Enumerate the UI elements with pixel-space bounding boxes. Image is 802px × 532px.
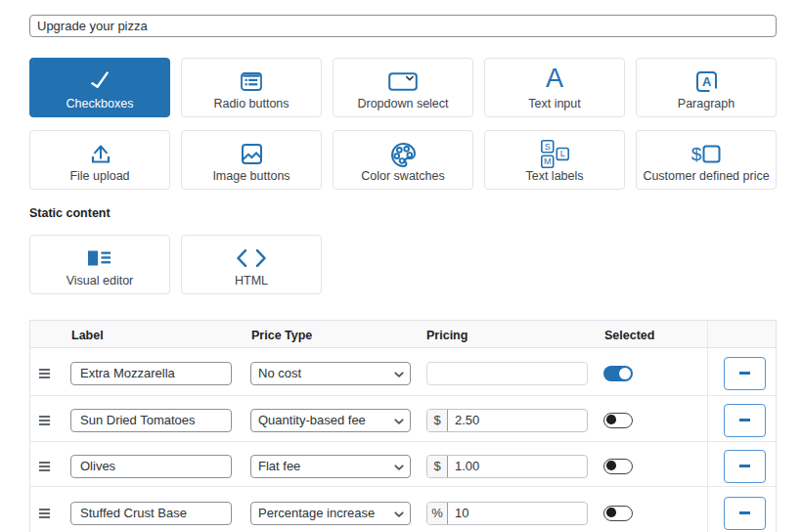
svg-text:A: A (701, 74, 710, 89)
svg-text:L: L (559, 149, 564, 158)
svg-text:$: $ (691, 144, 702, 164)
svg-text:S: S (544, 141, 550, 151)
svg-text:M: M (544, 156, 552, 166)
